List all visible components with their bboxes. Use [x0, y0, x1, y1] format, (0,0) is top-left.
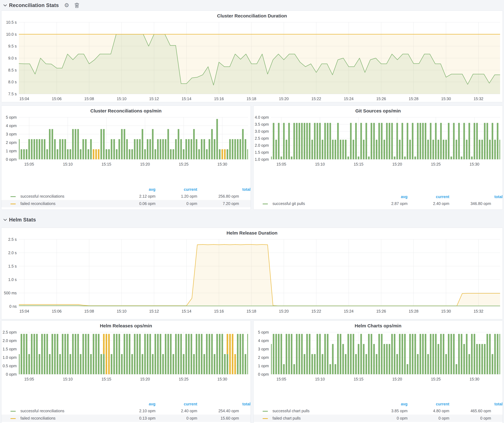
- helm-charts-opm-chart[interactable]: 15:0515:1015:1515:2015:2515:300 opm1 opm…: [253, 330, 503, 383]
- section-reconciliation-stats[interactable]: Reconciliation Stats ⚙: [0, 0, 504, 11]
- legend-series-label[interactable]: successful git pulls: [273, 200, 366, 207]
- svg-text:15:25: 15:25: [179, 162, 189, 166]
- legend-row: successful git pulls 2.87 opm 2.40 opm 3…: [253, 200, 503, 207]
- svg-text:15:12: 15:12: [149, 97, 159, 101]
- legend-col-current[interactable]: current: [408, 401, 449, 407]
- legend-series-label[interactable]: failed reconciliations: [20, 415, 114, 422]
- legend-value-total: 0 opm: [449, 415, 503, 422]
- legend-value-total: 254.40 opm: [197, 407, 251, 415]
- legend-col-current[interactable]: current: [408, 194, 449, 200]
- chevron-down-icon: [3, 219, 7, 221]
- panel-title-helm-releases-opm[interactable]: Helm Releases ops/min: [1, 321, 251, 330]
- svg-text:1.5 opm: 1.5 opm: [255, 150, 269, 154]
- panel-title-git-sources-opm[interactable]: Git Sources ops/min: [253, 106, 503, 115]
- helm-releases-opm-chart[interactable]: 15:0515:1015:1515:2015:2515:300 opm0.5 o…: [1, 330, 251, 383]
- svg-text:2.5 opm: 2.5 opm: [255, 136, 269, 141]
- section-title: Helm Stats: [9, 217, 36, 223]
- svg-text:3.5 opm: 3.5 opm: [255, 122, 269, 126]
- svg-text:15:24: 15:24: [344, 97, 354, 101]
- legend-value-current: 4.80 opm: [408, 407, 449, 415]
- svg-text:500 ms: 500 ms: [4, 291, 17, 295]
- svg-text:1.0 s: 1.0 s: [8, 277, 17, 282]
- svg-text:2.5 s: 2.5 s: [8, 237, 17, 241]
- svg-text:15:22: 15:22: [311, 97, 321, 101]
- series-color-dash: [11, 418, 16, 419]
- svg-text:15:20: 15:20: [392, 162, 402, 166]
- panel-title-cluster-reconciliations-opm[interactable]: Cluster Reconciliations ops/min: [1, 106, 251, 115]
- legend-series-label[interactable]: failed reconciliations: [20, 200, 114, 207]
- panel-helm-releases-opm: Helm Releases ops/min 15:0515:1015:1515:…: [1, 321, 251, 423]
- svg-text:1.0 opm: 1.0 opm: [3, 355, 17, 360]
- cluster-reconciliation-duration-chart[interactable]: 15:0415:0615:0815:1015:1215:1415:1615:18…: [1, 20, 503, 102]
- legend-col-current[interactable]: current: [156, 186, 197, 193]
- legend-col-avg[interactable]: avg: [114, 186, 156, 193]
- legend-col-current[interactable]: current: [156, 401, 197, 407]
- svg-text:0 opm: 0 opm: [258, 372, 269, 376]
- legend-row: successful chart pulls 3.85 opm 4.80 opm…: [253, 407, 503, 415]
- svg-text:3.0 opm: 3.0 opm: [255, 129, 269, 134]
- svg-text:15:10: 15:10: [63, 162, 73, 166]
- helm-release-duration-chart[interactable]: 15:0415:0615:0815:1015:1215:1415:1615:18…: [1, 237, 503, 315]
- svg-text:15:20: 15:20: [392, 377, 402, 381]
- svg-text:15:26: 15:26: [376, 97, 386, 101]
- svg-text:15:22: 15:22: [311, 309, 321, 313]
- trash-icon[interactable]: [74, 2, 79, 8]
- cluster-reconciliations-opm-chart[interactable]: 15:0515:1015:1515:2015:2515:300 opm1 opm…: [1, 115, 251, 168]
- svg-text:1.5 opm: 1.5 opm: [3, 347, 17, 351]
- git-sources-opm-chart[interactable]: 15:0515:1015:1515:2015:2515:301.0 opm1.5…: [253, 115, 503, 168]
- svg-text:2.0 s: 2.0 s: [8, 251, 17, 255]
- svg-text:15:20: 15:20: [279, 97, 289, 101]
- svg-text:1 opm: 1 opm: [258, 364, 269, 368]
- series-color-dash: [263, 204, 268, 204]
- svg-text:5 opm: 5 opm: [6, 115, 17, 119]
- section-helm-stats[interactable]: Helm Stats: [1, 212, 503, 228]
- gear-icon[interactable]: ⚙: [64, 2, 69, 8]
- legend-value-avg: 0.06 opm: [114, 200, 156, 207]
- chevron-down-icon: [3, 4, 7, 6]
- svg-text:15:05: 15:05: [24, 162, 34, 166]
- svg-text:15:25: 15:25: [431, 162, 441, 166]
- legend-col-total[interactable]: total: [197, 401, 251, 407]
- svg-text:15:12: 15:12: [149, 309, 159, 313]
- panel-title-helm-charts-opm[interactable]: Helm Charts ops/min: [253, 321, 503, 330]
- svg-text:9.5 s: 9.5 s: [8, 44, 17, 48]
- svg-text:1.5 s: 1.5 s: [8, 264, 17, 268]
- section-title: Reconciliation Stats: [9, 2, 59, 8]
- svg-text:2.5 opm: 2.5 opm: [3, 330, 17, 334]
- svg-text:15:08: 15:08: [84, 309, 94, 313]
- legend-value-total: 256.80 opm: [197, 193, 251, 200]
- series-color-dash: [263, 411, 268, 412]
- panel-title-helm-release-duration[interactable]: Helm Release Duration: [1, 228, 503, 237]
- legend-value-current: 0 opm: [156, 200, 197, 207]
- svg-text:2 opm: 2 opm: [6, 140, 17, 145]
- panel-title-cluster-reconciliation-duration[interactable]: Cluster Reconciliation Duration: [1, 11, 503, 20]
- svg-text:1 opm: 1 opm: [6, 149, 17, 153]
- series-color-dash: [11, 204, 16, 204]
- legend-col-total[interactable]: total: [197, 186, 251, 193]
- legend-value-total: 346.80 opm: [449, 200, 503, 207]
- svg-text:0.5 opm: 0.5 opm: [3, 364, 17, 368]
- legend-col-avg[interactable]: avg: [366, 401, 408, 407]
- legend-value-current: 2.40 opm: [408, 200, 449, 207]
- legend-series-label[interactable]: successful chart pulls: [273, 407, 366, 415]
- svg-text:3 opm: 3 opm: [6, 132, 17, 136]
- svg-text:1.0 opm: 1.0 opm: [255, 157, 269, 162]
- legend-value-avg: 0.13 opm: [114, 415, 156, 422]
- svg-text:15:14: 15:14: [181, 309, 191, 313]
- legend-value-avg: 2.10 opm: [114, 407, 156, 415]
- legend-series-label[interactable]: successful reconciliations: [20, 193, 114, 200]
- svg-text:15:30: 15:30: [441, 309, 451, 313]
- legend-col-avg[interactable]: avg: [114, 401, 156, 407]
- svg-text:2.0 opm: 2.0 opm: [255, 143, 269, 147]
- legend-col-avg[interactable]: avg: [366, 194, 408, 200]
- legend-col-total[interactable]: total: [449, 401, 503, 407]
- svg-text:15:25: 15:25: [431, 377, 441, 381]
- series-color-dash: [11, 196, 16, 197]
- svg-text:15:20: 15:20: [140, 162, 150, 166]
- legend-row: failed chart pulls 0 opm 0 opm 0 opm: [253, 415, 503, 422]
- legend-series-label[interactable]: failed chart pulls: [273, 415, 366, 422]
- legend-series-label[interactable]: successful reconciliations: [20, 407, 114, 415]
- legend-col-total[interactable]: total: [449, 194, 503, 200]
- series-color-dash: [263, 418, 268, 419]
- svg-text:15:28: 15:28: [409, 97, 419, 101]
